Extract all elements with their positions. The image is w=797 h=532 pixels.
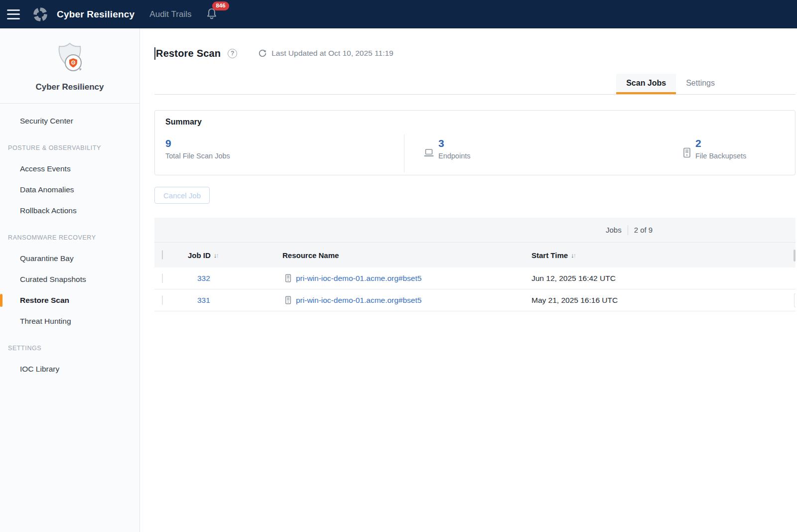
- sidebar-item-access-events[interactable]: Access Events: [0, 158, 139, 179]
- page-header: Restore Scan ? Last Updated at Oct 10, 2…: [154, 46, 796, 60]
- column-header-resource-name: Resource Name: [275, 251, 524, 260]
- sidebar-item-security-center[interactable]: Security Center: [0, 111, 139, 132]
- resource-name-link[interactable]: pri-win-ioc-demo-01.acme.org#bset5: [296, 296, 421, 305]
- divider: [628, 225, 628, 235]
- menu-icon[interactable]: [7, 9, 20, 19]
- menu-line: [7, 18, 20, 19]
- sidebar-item-rollback-actions[interactable]: Rollback Actions: [0, 200, 139, 221]
- last-updated-text: Last Updated at Oct 10, 2025 11:19: [271, 49, 393, 58]
- table-row: 332 pri-win-ioc-demo-01.acme.org#bset5 J…: [154, 267, 796, 289]
- menu-line: [7, 13, 20, 15]
- stat-label: File Backupsets: [695, 152, 746, 160]
- stat-value-link[interactable]: 9: [165, 137, 230, 149]
- stat-label: Total File Scan Jobs: [165, 152, 230, 160]
- scrollbar-sliver[interactable]: [794, 250, 796, 262]
- sort-icon[interactable]: ↓↑: [571, 252, 576, 259]
- row-checkbox[interactable]: [162, 273, 163, 283]
- product-name: Cyber Resiliency: [0, 82, 139, 92]
- sidebar-item-label: Restore Scan: [20, 296, 69, 305]
- product-logo-block: Cyber Resiliency: [0, 28, 139, 104]
- active-indicator-bar: [0, 294, 2, 307]
- stat-total-file-scan-jobs: 9 Total File Scan Jobs: [165, 137, 230, 160]
- summary-title: Summary: [165, 118, 202, 127]
- help-icon[interactable]: ?: [228, 49, 237, 58]
- jobs-count-bar: Jobs 2 of 9: [154, 218, 796, 242]
- sidebar-item-quarantine-bay[interactable]: Quarantine Bay: [0, 248, 139, 269]
- start-time: Jun 12, 2025 16:42 UTC: [524, 274, 796, 283]
- job-id-link[interactable]: 331: [197, 296, 210, 304]
- sidebar-item-restore-scan[interactable]: Restore Scan: [0, 290, 139, 311]
- menu-line: [7, 9, 20, 11]
- sidebar: Cyber Resiliency Security Center POSTURE…: [0, 28, 140, 532]
- sort-icon[interactable]: ↓↑: [214, 252, 219, 259]
- sidebar-item-threat-hunting[interactable]: Threat Hunting: [0, 311, 139, 332]
- shield-recovery-icon: [48, 39, 91, 77]
- stat-label: Endpoints: [438, 152, 471, 160]
- fileset-icon: [285, 296, 291, 304]
- summary-card: Summary 9 Total File Scan Jobs 3 Endpoin…: [154, 110, 796, 175]
- main-content: Restore Scan ? Last Updated at Oct 10, 2…: [140, 28, 797, 532]
- fileset-icon: [683, 147, 691, 158]
- column-header-job-id[interactable]: Job ID ↓↑: [180, 251, 275, 260]
- resource-name-link[interactable]: pri-win-ioc-demo-01.acme.org#bset5: [296, 274, 421, 283]
- last-updated: Last Updated at Oct 10, 2025 11:19: [258, 49, 393, 58]
- select-all-checkbox[interactable]: [162, 250, 163, 260]
- brand-pinwheel-logo-icon: [31, 5, 50, 24]
- audit-trails-link[interactable]: Audit Trails: [149, 9, 191, 19]
- cutoff-column-sliver: [794, 293, 796, 307]
- column-header-start-time[interactable]: Start Time ↓↑: [524, 251, 796, 260]
- text-caret: [154, 47, 155, 60]
- notifications-button[interactable]: 846: [205, 6, 220, 22]
- notification-count-badge: 846: [212, 1, 229, 11]
- stat-value-link[interactable]: 3: [438, 137, 471, 149]
- sidebar-item-data-anomalies[interactable]: Data Anomalies: [0, 179, 139, 200]
- page-title: Restore Scan: [156, 48, 221, 59]
- sidebar-item-ioc-library[interactable]: IOC Library: [0, 359, 139, 380]
- table-row: 331 pri-win-ioc-demo-01.acme.org#bset5 M…: [154, 289, 796, 311]
- tab-settings[interactable]: Settings: [676, 74, 725, 94]
- stat-value-link[interactable]: 2: [695, 137, 746, 149]
- tab-scan-jobs[interactable]: Scan Jobs: [616, 74, 676, 94]
- stat-divider: [404, 134, 404, 172]
- row-checkbox[interactable]: [162, 295, 163, 305]
- top-navbar: Cyber Resiliency Audit Trails 846: [0, 0, 797, 28]
- job-id-link[interactable]: 332: [197, 274, 210, 282]
- sidebar-section-settings: SETTINGS: [0, 338, 139, 359]
- stat-endpoints: 3 Endpoints: [424, 137, 471, 160]
- start-time: May 21, 2025 16:16 UTC: [524, 296, 796, 305]
- jobs-count: 2 of 9: [634, 226, 653, 234]
- fileset-icon: [285, 274, 291, 282]
- tab-strip: Scan Jobs Settings: [154, 74, 796, 95]
- laptop-icon: [424, 148, 434, 157]
- cancel-job-button[interactable]: Cancel Job: [154, 187, 210, 204]
- sidebar-section-ransomware-recovery: RANSOMWARE RECOVERY: [0, 227, 139, 248]
- app-title: Cyber Resiliency: [57, 9, 134, 20]
- sidebar-item-curated-snapshots[interactable]: Curated Snapshots: [0, 269, 139, 290]
- sidebar-section-posture-observability: POSTURE & OBSERVABILITY: [0, 137, 139, 158]
- jobs-label: Jobs: [606, 226, 622, 234]
- sidebar-nav: Security Center POSTURE & OBSERVABILITY …: [0, 104, 139, 380]
- stat-file-backupsets: 2 File Backupsets: [683, 137, 746, 160]
- refresh-icon[interactable]: [258, 49, 267, 58]
- table-header-row: Job ID ↓↑ Resource Name Start Time ↓↑: [154, 242, 796, 267]
